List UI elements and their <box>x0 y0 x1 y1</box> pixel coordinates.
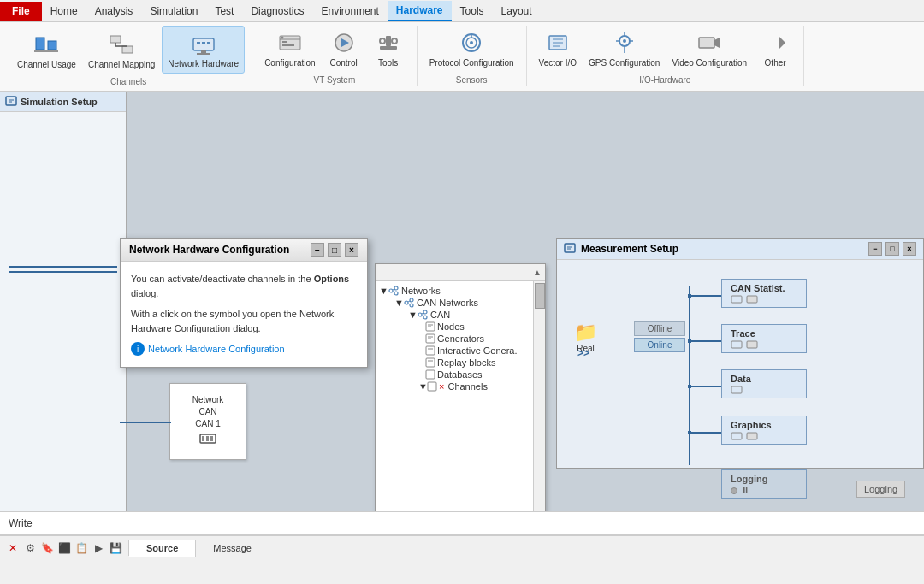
online-button[interactable]: Online <box>634 338 685 352</box>
nhc-close-button[interactable]: × <box>345 243 358 257</box>
iohardware-group-label: I/O-Hardware <box>639 75 690 86</box>
gps-config-label: GPS Configuration <box>589 58 660 68</box>
protocol-config-button[interactable]: Protocol Configuration <box>424 26 519 72</box>
menu-simulation[interactable]: Simulation <box>141 2 206 21</box>
nhc-text-2: With a click on the symbol you open the … <box>131 307 357 335</box>
trace-box[interactable]: Trace <box>721 324 807 353</box>
channel-usage-button[interactable]: Channel Usage <box>12 27 81 74</box>
menu-diagnostics[interactable]: Diagnostics <box>242 2 312 21</box>
channel-mapping-button[interactable]: Channel Mapping <box>83 27 160 74</box>
measurement-setup-header: Measurement Setup − □ × <box>557 239 923 260</box>
network-hardware-button[interactable]: Network Hardware <box>162 26 245 74</box>
menu-hardware[interactable]: Hardware <box>388 1 452 21</box>
network-node-label: Network CAN CAN 1 <box>192 394 224 430</box>
configuration-button[interactable]: Configuration <box>259 26 320 72</box>
gps-config-button[interactable]: GPS Configuration <box>583 26 665 72</box>
svg-line-61 <box>422 313 424 314</box>
nhc-restore-button[interactable]: □ <box>328 243 341 257</box>
can-stats-box[interactable]: CAN Statist. <box>721 279 807 308</box>
bottom-icon-2[interactable]: 🔖 <box>39 540 55 556</box>
tree-item-generators[interactable]: Generators <box>379 333 542 345</box>
svg-point-50 <box>394 292 398 295</box>
tree-scrollbar[interactable] <box>533 281 545 511</box>
meas-close-button[interactable]: × <box>903 242 916 256</box>
menu-home[interactable]: Home <box>42 2 86 21</box>
bottom-icon-4[interactable]: 📋 <box>74 540 89 556</box>
ribbon-group-iohardware: Vector I/O GPS Configuration <box>527 26 805 86</box>
tree-item-can-networks-label: CAN Networks <box>417 298 478 308</box>
svg-rect-93 <box>732 341 742 348</box>
write-label: Write <box>9 517 33 529</box>
trace-icon2 <box>746 340 758 349</box>
bottom-icon-3[interactable]: ⬛ <box>56 540 72 556</box>
network-can-node[interactable]: Network CAN CAN 1 <box>169 383 246 460</box>
menu-environment[interactable]: Environment <box>312 2 387 21</box>
tab-source[interactable]: Source <box>129 540 196 557</box>
nhc-link[interactable]: i Network Hardware Configuration <box>131 342 357 357</box>
svg-rect-3 <box>110 36 121 43</box>
svg-point-48 <box>389 289 393 292</box>
tree-item-can[interactable]: ▼ CAN <box>379 309 542 321</box>
other-icon <box>761 29 789 56</box>
tree-item-nodes[interactable]: Nodes <box>379 321 542 333</box>
menu-file[interactable]: File <box>0 2 42 21</box>
svg-rect-87 <box>688 431 691 434</box>
svg-rect-12 <box>197 53 210 55</box>
menu-test[interactable]: Test <box>206 2 242 21</box>
data-label: Data <box>731 374 797 384</box>
configuration-label: Configuration <box>264 58 315 68</box>
bottom-icon-5[interactable]: ▶ <box>91 540 106 556</box>
bottom-icon-1[interactable]: ⚙ <box>22 540 38 556</box>
svg-rect-75 <box>565 244 575 252</box>
can-stats-icon2 <box>746 295 758 304</box>
measurement-setup-title: Measurement Setup <box>581 243 678 255</box>
data-box[interactable]: Data <box>721 369 807 398</box>
graphics-icon2 <box>746 432 758 440</box>
video-config-button[interactable]: Video Configuration <box>666 26 752 72</box>
tools-vt-button[interactable]: Tools <box>367 26 410 72</box>
ribbon-group-channels: Channel Usage Channel Mapping <box>5 26 252 88</box>
svg-point-26 <box>470 41 473 44</box>
svg-point-55 <box>410 304 413 307</box>
measurement-body: 📁 Real >> Offline Online CAN Statist. Tr <box>557 260 923 465</box>
svg-rect-17 <box>282 44 294 46</box>
bottom-icon-6[interactable]: 💾 <box>108 540 123 556</box>
tree-generators-icon <box>425 333 435 344</box>
nhc-title: Network Hardware Configuration <box>129 244 289 256</box>
tree-item-channels[interactable]: ▼ × Channels <box>379 380 542 392</box>
tree-item-networks[interactable]: ▼ Networks <box>379 285 542 297</box>
nhc-minimize-button[interactable]: − <box>311 243 324 257</box>
other-button[interactable]: Other <box>754 26 797 72</box>
tree-can-networks-icon <box>403 298 415 308</box>
sensors-group-label: Sensors <box>456 75 488 86</box>
meas-minimize-button[interactable]: − <box>868 242 882 256</box>
tree-item-can-networks[interactable]: ▼ CAN Networks <box>379 297 542 309</box>
bottom-icon-stop[interactable]: ✕ <box>5 540 21 556</box>
tree-scrollbar-thumb[interactable] <box>535 283 545 309</box>
vtsystem-group-label: VT System <box>314 75 356 86</box>
video-config-icon <box>696 29 723 56</box>
tree-item-databases[interactable]: Databases <box>379 369 542 380</box>
tree-item-replay[interactable]: Replay blocks <box>379 357 542 369</box>
menu-tools[interactable]: Tools <box>452 2 493 21</box>
sim-panel-icon <box>5 96 17 108</box>
svg-point-49 <box>394 286 398 290</box>
svg-line-57 <box>408 304 410 304</box>
tree-item-interactive-gen[interactable]: Interactive Genera. <box>379 345 542 357</box>
control-button[interactable]: Control <box>323 26 365 72</box>
tree-item-generators-label: Generators <box>437 333 484 344</box>
tree-item-nodes-label: Nodes <box>437 321 465 332</box>
vector-io-button[interactable]: Vector I/O <box>534 26 582 72</box>
meas-restore-button[interactable]: □ <box>886 242 899 256</box>
tab-message[interactable]: Message <box>196 540 270 557</box>
svg-rect-0 <box>36 38 44 50</box>
graphics-box[interactable]: Graphics <box>721 416 807 445</box>
tree-item-networks-label: Networks <box>401 286 441 296</box>
ribbon-group-vtsystem: Configuration Control <box>252 26 417 86</box>
network-node-icon <box>199 434 216 449</box>
logging-box[interactable]: Logging ⏸ <box>721 469 807 499</box>
tree-scroll-button[interactable]: ▲ <box>533 268 542 277</box>
menu-layout[interactable]: Layout <box>493 2 541 21</box>
menu-analysis[interactable]: Analysis <box>86 2 142 21</box>
graphics-label: Graphics <box>731 420 797 430</box>
